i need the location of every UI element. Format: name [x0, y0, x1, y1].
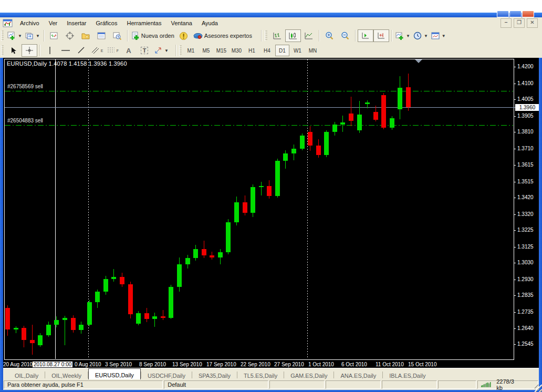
- metaquotes-alert-button[interactable]: [176, 29, 192, 42]
- menu-herramientas[interactable]: Herramientas: [122, 19, 166, 27]
- auto-scroll-button[interactable]: [358, 29, 373, 42]
- price-axis-tick: [514, 344, 516, 345]
- chart-window: EURUSD,Daily 1.4078 1.4158 1.3936 1.3960…: [3, 58, 539, 368]
- timeframe-mn[interactable]: MN: [306, 45, 320, 56]
- chart-close-button[interactable]: ✕: [527, 18, 538, 28]
- new-chart-button[interactable]: ▼: [6, 29, 24, 42]
- status-cell-empty: [326, 380, 381, 389]
- equidistant-channel-tool-button[interactable]: E: [89, 44, 105, 57]
- horizontal-line-tool-button[interactable]: [58, 44, 74, 57]
- zoom-out-button[interactable]: [337, 29, 353, 42]
- toolbar-grip[interactable]: [1, 45, 4, 56]
- toolbar-grip[interactable]: [1, 30, 4, 41]
- candle-wick: [113, 269, 114, 282]
- candle-body: [234, 202, 239, 222]
- window-border-right: [539, 58, 542, 392]
- arrows-icon: [154, 46, 162, 55]
- tab-gam-es-daily[interactable]: GAM.ES,Daily: [284, 370, 333, 380]
- candle-body: [136, 313, 141, 324]
- cursor-tool-button[interactable]: [6, 44, 22, 57]
- tab-spa35-daily[interactable]: SPA35,Daily: [192, 370, 237, 380]
- trendline-tool-button[interactable]: [74, 44, 89, 57]
- toolbar-separator: [127, 30, 128, 42]
- timeframe-h4[interactable]: H4: [260, 45, 274, 56]
- window-close-button[interactable]: [522, 11, 534, 17]
- line-chart-button[interactable]: [301, 29, 317, 42]
- candle-body: [120, 277, 124, 284]
- templates-icon: [431, 32, 440, 40]
- crosshair-tool-button[interactable]: [22, 44, 37, 57]
- timeframe-h1[interactable]: H1: [245, 45, 259, 56]
- vertical-line-object[interactable]: [55, 59, 56, 359]
- arrows-tool-button[interactable]: ▼: [152, 44, 170, 57]
- tab-oil-weekly[interactable]: OIL,Weekly: [45, 370, 88, 380]
- menu-ver[interactable]: Ver: [44, 19, 62, 27]
- price-axis-tick: [514, 149, 516, 149]
- chart-plot-area[interactable]: EURUSD,Daily 1.4078 1.4158 1.3936 1.3960…: [3, 58, 539, 368]
- strategy-tester-button[interactable]: [109, 29, 125, 42]
- timeframe-m1[interactable]: M1: [184, 45, 198, 56]
- terminal-button[interactable]: [93, 29, 109, 42]
- vertical-line-tool-button[interactable]: [42, 44, 58, 57]
- price-axis-label: 1.3615: [517, 162, 534, 168]
- menu-insertar[interactable]: Insertar: [62, 19, 91, 27]
- menu-archivo[interactable]: Archivo: [15, 19, 44, 27]
- candle-body: [283, 153, 288, 161]
- candlestick-chart-button[interactable]: [285, 29, 301, 42]
- order-line[interactable]: [5, 91, 513, 91]
- price-axis-tick: [514, 99, 516, 100]
- toolbar-grip[interactable]: [265, 30, 267, 41]
- menu-grficos[interactable]: Gráficos: [91, 19, 122, 27]
- tab-ibla-es-daily[interactable]: IBLA.ES,Daily: [383, 370, 432, 380]
- toolbar-grip[interactable]: [179, 45, 182, 56]
- bar-chart-icon: [273, 32, 282, 40]
- menu-ventana[interactable]: Ventana: [166, 19, 197, 27]
- tab-usdchf-daily[interactable]: USDCHF,Daily: [141, 370, 192, 380]
- status-profile[interactable]: Default: [164, 380, 268, 389]
- candle-body: [14, 328, 18, 329]
- tab-eurusd-daily[interactable]: EURUSD,Daily: [88, 368, 141, 380]
- text-label-icon: T: [141, 47, 149, 54]
- candle-body: [210, 255, 214, 257]
- candle-body: [291, 149, 296, 153]
- candle-body: [300, 136, 305, 149]
- expert-advisors-button[interactable]: Asesores expertos: [192, 29, 254, 42]
- tab-tl5-es-daily[interactable]: TL5.ES,Daily: [237, 370, 284, 380]
- timeframe-m15[interactable]: M15: [214, 45, 228, 56]
- templates-button[interactable]: ▼: [430, 29, 447, 42]
- fibonacci-tool-button[interactable]: F: [105, 44, 121, 57]
- candle-body: [406, 87, 411, 107]
- tab-oil-daily[interactable]: OIL,Daily: [8, 370, 45, 380]
- market-watch-button[interactable]: [46, 29, 62, 42]
- timeframe-m30[interactable]: M30: [230, 45, 244, 56]
- chart-minimize-button[interactable]: –: [501, 18, 512, 28]
- text-label-tool-button[interactable]: T: [137, 44, 152, 57]
- order-line[interactable]: [5, 125, 513, 126]
- tab-ana-es-daily[interactable]: ANA.ES,Daily: [334, 370, 382, 380]
- indicators-button[interactable]: ▼: [394, 29, 412, 42]
- candle-body: [169, 287, 173, 318]
- menu-ayuda[interactable]: Ayuda: [197, 19, 223, 27]
- crosshair-icon: [25, 46, 34, 55]
- timeframe-m5[interactable]: M5: [199, 45, 213, 56]
- window-minimize-button[interactable]: [497, 11, 509, 17]
- chart-shift-button[interactable]: [373, 29, 389, 42]
- bar-chart-button[interactable]: [269, 29, 285, 42]
- candle-body: [54, 320, 59, 325]
- profiles-button[interactable]: ▼: [24, 29, 41, 42]
- chart-restore-button[interactable]: ❐: [514, 18, 525, 28]
- timeframe-d1[interactable]: D1: [275, 45, 289, 56]
- window-maximize-button[interactable]: [509, 11, 522, 17]
- time-axis-label: 0 Aug 2010: [75, 362, 101, 367]
- timeframe-w1[interactable]: W1: [290, 45, 305, 56]
- data-window-button[interactable]: [62, 29, 78, 42]
- resize-grip[interactable]: [535, 385, 542, 392]
- periods-button[interactable]: ▼: [412, 29, 430, 42]
- navigator-button[interactable]: [78, 29, 93, 42]
- new-order-button[interactable]: Nueva orden: [130, 29, 176, 42]
- title-bar: [0, 13, 542, 17]
- text-tool-button[interactable]: A: [121, 44, 137, 57]
- scroll-end-marker[interactable]: [415, 59, 422, 63]
- candle-body: [185, 258, 190, 264]
- zoom-in-button[interactable]: [321, 29, 337, 42]
